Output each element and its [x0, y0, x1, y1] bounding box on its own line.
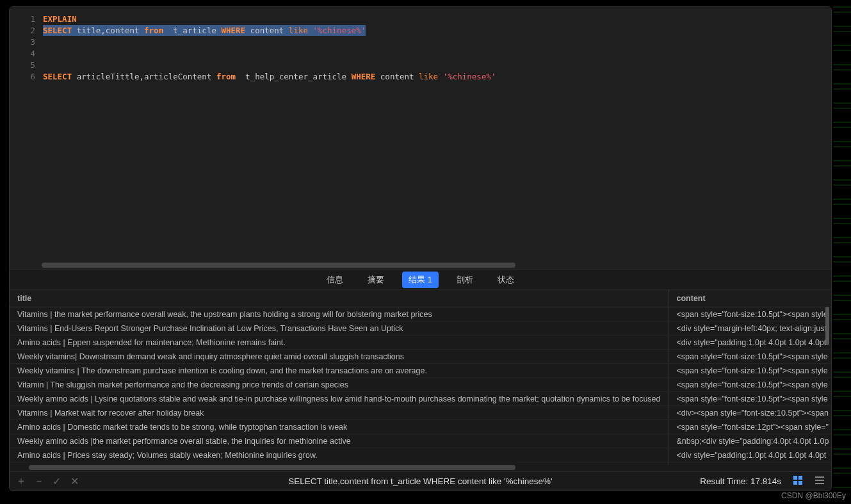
line-number: 5 — [10, 60, 35, 71]
form-view-button[interactable] — [815, 475, 825, 487]
sql-editor[interactable]: 123456 EXPLAINSELECT title,content from … — [10, 7, 831, 261]
cell-content[interactable]: <span style="font-size:10.5pt"><span sty… — [669, 350, 831, 364]
code-line[interactable] — [43, 48, 831, 60]
table-row[interactable]: Amino acids | Eppen suspended for mainte… — [10, 336, 831, 350]
cell-title[interactable]: Vitamin | The sluggish market performanc… — [10, 378, 669, 392]
code-line[interactable]: EXPLAIN — [43, 13, 831, 25]
results-table-scroll[interactable]: titlecontent Vitamins | the market perfo… — [10, 290, 831, 465]
cell-title[interactable]: Weekly vitamins | The downstream purchas… — [10, 364, 669, 378]
cell-title[interactable]: Vitamins | Market wait for recover after… — [10, 406, 669, 420]
table-row[interactable]: Vitamins | Market wait for recover after… — [10, 406, 831, 420]
tab-信息[interactable]: 信息 — [320, 272, 350, 288]
cell-title[interactable]: Weekly amino acids |the market performan… — [10, 434, 669, 448]
cell-title[interactable]: Vitamins | the market performance overal… — [10, 307, 669, 321]
svg-rect-1 — [798, 476, 802, 480]
cell-title[interactable]: Weekly vitamins| Downstream demand weak … — [10, 350, 669, 364]
editor-h-scrollbar[interactable] — [42, 263, 515, 268]
table-row[interactable]: Vitamins | End-Users Report Stronger Pur… — [10, 321, 831, 336]
add-button[interactable]: ＋ — [16, 475, 25, 488]
table-row[interactable]: Weekly amino acids |the market performan… — [10, 434, 831, 448]
cell-content[interactable]: <div><span style="font-size:10.5pt"><spa… — [669, 406, 831, 420]
cell-content[interactable]: <span style="font-size:10.5pt"><span sty… — [669, 462, 831, 466]
tab-剖析[interactable]: 剖析 — [450, 272, 480, 288]
table-row[interactable]: Amino acids | Domestic market trade tend… — [10, 420, 831, 434]
minimap-strip — [833, 6, 851, 491]
result-time-label: Result Time: 17.814s — [700, 476, 781, 486]
table-row[interactable]: Weekly vitamins| Downstream demand weak … — [10, 350, 831, 364]
results-h-scrollbar[interactable] — [29, 465, 515, 470]
results-table: titlecontent Vitamins | the market perfo… — [10, 290, 831, 465]
code-line[interactable]: SELECT title,content from t_article WHER… — [43, 25, 831, 37]
cell-title[interactable]: Amino acids | Prices stay steady; Volume… — [10, 448, 669, 462]
results-panel: titlecontent Vitamins | the market perfo… — [10, 290, 831, 471]
tab-摘要[interactable]: 摘要 — [361, 272, 391, 288]
cell-title[interactable]: Weekly amino acids | Lysine quotations s… — [10, 392, 669, 406]
table-row[interactable]: Weekly vitamins | The downstream purchas… — [10, 364, 831, 378]
status-query-text: SELECT title,content from t_article WHER… — [288, 476, 552, 486]
cancel-button[interactable]: ✕ — [70, 475, 79, 487]
status-bar: ＋ － ✓ ✕ SELECT title,content from t_arti… — [10, 471, 831, 491]
commit-button[interactable]: ✓ — [52, 475, 61, 487]
svg-rect-6 — [815, 483, 824, 484]
cell-content[interactable]: <div style="padding:1.0pt 4.0pt 1.0pt 4.… — [669, 336, 831, 350]
tab-结果 1[interactable]: 结果 1 — [402, 272, 439, 288]
remove-button[interactable]: － — [34, 475, 43, 488]
cell-content[interactable]: <span style="font-size:10.5pt"><span sty… — [669, 307, 831, 321]
svg-rect-3 — [798, 481, 802, 485]
app-window: 123456 EXPLAINSELECT title,content from … — [9, 6, 832, 491]
svg-rect-4 — [815, 476, 824, 478]
table-row[interactable]: Vitamins | the market performance overal… — [10, 307, 831, 321]
line-number: 4 — [10, 48, 35, 60]
cell-title[interactable]: Amino acids | Domestic market trade tend… — [10, 420, 669, 434]
cell-content[interactable]: &nbsp;<div style="padding:4.0pt 4.0pt 1.… — [669, 434, 831, 448]
cell-content[interactable]: <div style="padding:1.0pt 4.0pt 1.0pt 4.… — [669, 448, 831, 462]
line-number: 6 — [10, 71, 35, 83]
cell-title[interactable]: Vitamins | End-Users Report Stronger Pur… — [10, 321, 669, 336]
cell-title[interactable]: Amino acids | Eppen suspended for mainte… — [10, 336, 669, 350]
svg-rect-5 — [815, 480, 824, 481]
line-gutter: 123456 — [10, 7, 40, 261]
sql-editor-panel: 123456 EXPLAINSELECT title,content from … — [10, 7, 831, 270]
cell-content[interactable]: <span style="font-size:10.5pt"><span sty… — [669, 364, 831, 378]
cell-content[interactable]: <div style="margin-left:40px; text-align… — [669, 321, 831, 336]
code-line[interactable] — [43, 37, 831, 48]
code-area[interactable]: EXPLAINSELECT title,content from t_artic… — [40, 7, 831, 261]
cell-content[interactable]: <span style="font-size:10.5pt"><span sty… — [669, 378, 831, 392]
svg-rect-0 — [793, 476, 797, 480]
column-header-content[interactable]: content — [669, 290, 831, 307]
code-line[interactable] — [43, 60, 831, 71]
table-row[interactable]: Weekly amino acids | Lysine quotations s… — [10, 392, 831, 406]
svg-rect-2 — [793, 481, 797, 485]
column-header-title[interactable]: title — [10, 290, 669, 307]
line-number: 1 — [10, 13, 35, 25]
results-v-scrollbar[interactable] — [825, 307, 829, 345]
line-number: 3 — [10, 37, 35, 48]
code-line[interactable]: SELECT articleTittle,articleContent from… — [43, 71, 831, 83]
cell-content[interactable]: <span style="font-size:12pt"><span style… — [669, 420, 831, 434]
line-number: 2 — [10, 25, 35, 37]
tab-状态[interactable]: 状态 — [491, 272, 521, 288]
table-row[interactable]: Vitamin | The sluggish market performanc… — [10, 378, 831, 392]
cell-content[interactable]: <span style="font-size:10.5pt"><span sty… — [669, 392, 831, 406]
watermark: CSDN @Bbl300Ey — [781, 491, 846, 500]
result-tabs: 信息摘要结果 1剖析状态 — [10, 270, 831, 290]
table-row[interactable]: Amino acids | Prices stay steady; Volume… — [10, 448, 831, 462]
grid-view-button[interactable] — [793, 475, 803, 487]
